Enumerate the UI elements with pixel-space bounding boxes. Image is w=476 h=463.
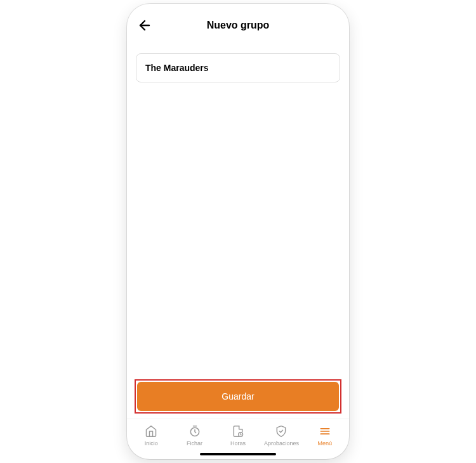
home-icon [144,424,158,438]
nav-label: Menú [318,440,333,447]
nav-item-menu[interactable]: Menú [303,424,347,447]
nav-item-fichar[interactable]: Fichar [173,424,216,447]
nav-label: Aprobaciones [264,440,299,447]
arrow-left-icon [137,18,152,33]
shield-check-icon [274,424,288,438]
nav-label: Fichar [187,440,202,447]
nav-label: Inicio [145,440,158,447]
save-button[interactable]: Guardar [137,382,339,411]
save-button-highlight: Guardar [135,379,341,414]
menu-icon [318,424,332,438]
bottom-nav: Inicio Fichar [127,419,349,449]
stopwatch-icon [188,424,202,438]
nav-item-inicio[interactable]: Inicio [129,424,173,447]
nav-label: Horas [230,440,246,447]
file-clock-icon [231,424,245,438]
nav-item-horas[interactable]: Horas [216,424,260,447]
page-title: Nuevo grupo [207,20,270,31]
back-button[interactable] [136,16,154,34]
home-indicator [200,453,276,455]
header: Nuevo grupo [127,4,349,42]
nav-item-aprobaciones[interactable]: Aprobaciones [260,424,303,447]
phone-frame: Nuevo grupo Guardar Inicio [127,4,349,459]
group-name-input[interactable] [136,53,340,82]
content-area [127,42,349,379]
